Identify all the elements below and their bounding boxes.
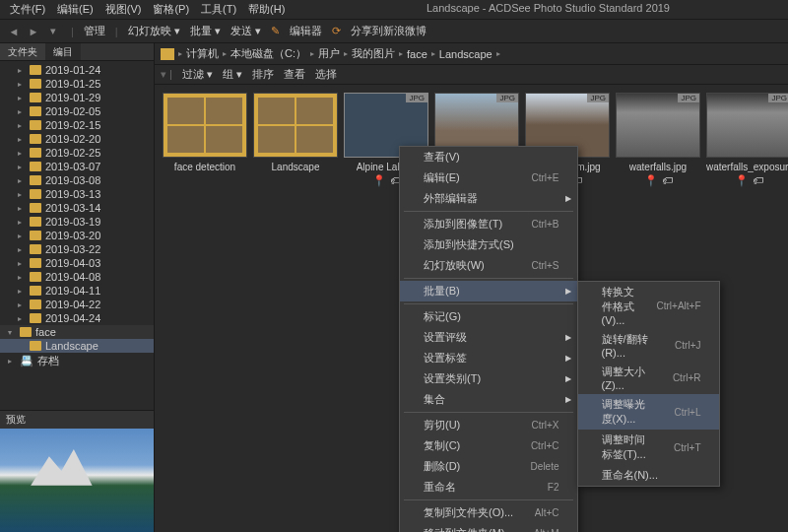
ctx-item[interactable]: 批量(B)▶转换文件格式(V)...Ctrl+Alt+F旋转/翻转(R)...C… (400, 281, 577, 301)
ctx-sub-item[interactable]: 调整曝光度(X)...Ctrl+L (578, 394, 719, 430)
select-btn[interactable]: 选择 (315, 67, 337, 82)
preview-image (0, 429, 154, 532)
ctx-item[interactable]: 添加到图像筐(T)Ctrl+B (400, 214, 577, 234)
crumb[interactable]: 计算机 (186, 46, 219, 61)
sort-btn[interactable]: 排序 (252, 67, 274, 82)
thumbnail[interactable]: Landscape (253, 93, 338, 172)
tab-files[interactable]: 文件夹 (0, 43, 45, 60)
separator: | (71, 26, 74, 37)
tree-item[interactable]: ▸2019-01-29 (0, 91, 154, 104)
ctx-item[interactable]: 集合▶ (400, 389, 577, 410)
toolbar-slideshow[interactable]: 幻灯放映 ▾ (128, 24, 180, 38)
menu-view[interactable]: 视图(V) (99, 2, 148, 17)
group-btn[interactable]: 组 ▾ (223, 67, 242, 82)
ctx-item[interactable]: 编辑(E)Ctrl+E (400, 167, 577, 188)
thumbnail[interactable]: JPGwaterfalls.jpg📍🏷 (616, 93, 700, 187)
ctx-sub-item[interactable]: 转换文件格式(V)...Ctrl+Alt+F (578, 282, 719, 329)
tree-item[interactable]: ▸2019-03-19 (0, 215, 154, 229)
ctx-item[interactable]: 重命名F2 (400, 477, 577, 498)
crumb[interactable]: Landscape (439, 48, 492, 60)
nav-forward-icon[interactable]: ► (26, 24, 41, 39)
left-sidebar: 文件夹 编目 ▸2019-01-24▸2019-01-25▸2019-01-29… (0, 43, 155, 532)
tree-item[interactable]: ▸2019-01-25 (0, 77, 154, 91)
tree-item[interactable]: ▸2019-01-24 (0, 63, 154, 77)
tree-item-archive[interactable]: ▸📇存档 (0, 353, 154, 369)
tree-item[interactable]: ▸2019-04-08 (0, 270, 154, 284)
tab-catalog[interactable]: 编目 (45, 43, 81, 60)
ctx-item[interactable]: 幻灯放映(W)Ctrl+S (400, 255, 577, 276)
ctx-sub-item[interactable]: 调整大小(Z)...Ctrl+R (578, 362, 719, 394)
context-menu[interactable]: 查看(V)编辑(E)Ctrl+E外部编辑器▶添加到图像筐(T)Ctrl+B添加到… (399, 146, 578, 532)
ctx-sub-item[interactable]: 旋转/翻转(R)...Ctrl+J (578, 329, 719, 362)
tree-item[interactable]: ▸2019-04-24 (0, 311, 154, 325)
tree-item[interactable]: ▸2019-02-05 (0, 104, 154, 118)
toolbar-editor[interactable]: 编辑器 (290, 24, 322, 38)
menu-edit[interactable]: 编辑(E) (51, 2, 99, 17)
breadcrumb: ▸计算机 ▸本地磁盘（C:） ▸用户 ▸我的图片 ▸face ▸Landscap… (155, 43, 788, 65)
submenu-batch[interactable]: 转换文件格式(V)...Ctrl+Alt+F旋转/翻转(R)...Ctrl+J调… (577, 281, 720, 487)
tree-item[interactable]: ▸2019-03-13 (0, 187, 154, 201)
toolbar-share[interactable]: 分享到新浪微博 (351, 24, 427, 38)
tree-item-face[interactable]: ▾face (0, 325, 154, 339)
ctx-item[interactable]: 复制(C)Ctrl+C (400, 435, 577, 456)
home-icon[interactable] (161, 48, 174, 60)
filter-bar: ▾ | 过滤 ▾ 组 ▾ 排序 查看 选择 (155, 65, 788, 85)
crumb[interactable]: face (407, 48, 427, 60)
tree-item[interactable]: ▸2019-04-03 (0, 256, 154, 270)
tree-item[interactable]: ▸2019-03-07 (0, 160, 154, 173)
ctx-item[interactable]: 添加到快捷方式(S) (400, 234, 577, 255)
preview-header: 预览 (0, 411, 154, 429)
toolbar-manage[interactable]: 管理 (84, 24, 105, 38)
tree-item[interactable]: ▸2019-02-20 (0, 132, 154, 146)
separator: | (115, 26, 118, 37)
ctx-item[interactable]: 剪切(U)Ctrl+X (400, 415, 577, 435)
tree-item[interactable]: ▸2019-02-25 (0, 146, 154, 160)
ctx-item[interactable]: 设置评级▶ (400, 327, 577, 348)
tree-item[interactable]: ▸2019-03-20 (0, 229, 154, 242)
view-btn[interactable]: 查看 (284, 67, 305, 82)
crumb[interactable]: 用户 (318, 46, 340, 61)
nav-back-icon[interactable]: ◄ (6, 24, 22, 39)
tree-item[interactable]: ▸2019-03-22 (0, 242, 154, 256)
thumbnail[interactable]: JPGwaterfalls_exposure.jpg📍🏷 (706, 93, 788, 187)
nav-dropdown-icon[interactable]: ▾ (45, 24, 61, 39)
toolbar: ◄ ► ▾ | 管理 | 幻灯放映 ▾ 批量 ▾ 发送 ▾ ✎编辑器 ⟳分享到新… (0, 20, 788, 43)
menu-file[interactable]: 文件(F) (4, 2, 51, 17)
menu-tools[interactable]: 工具(T) (195, 2, 242, 17)
ctx-item[interactable]: 标记(G) (400, 306, 577, 327)
menubar: 文件(F) 编辑(E) 视图(V) 窗格(P) 工具(T) 帮助(H) (0, 0, 788, 20)
ctx-sub-item[interactable]: 重命名(N)... (578, 465, 719, 486)
tree-item[interactable]: ▸2019-03-14 (0, 201, 154, 215)
crumb[interactable]: 我的图片 (352, 46, 395, 61)
ctx-item[interactable]: 复制到文件夹(O)...Alt+C (400, 502, 577, 523)
ctx-item[interactable]: 查看(V) (400, 147, 577, 167)
ctx-item[interactable]: 设置类别(T)▶ (400, 368, 577, 389)
toolbar-batch[interactable]: 批量 ▾ (190, 24, 221, 38)
ctx-item[interactable]: 设置标签▶ (400, 348, 577, 368)
menu-panes[interactable]: 窗格(P) (147, 2, 195, 17)
crumb[interactable]: 本地磁盘（C:） (230, 46, 306, 61)
filter-btn[interactable]: 过滤 ▾ (182, 67, 213, 82)
tree-item[interactable]: ▸2019-04-22 (0, 298, 154, 311)
ctx-item[interactable]: 删除(D)Delete (400, 456, 577, 477)
folder-tree[interactable]: ▸2019-01-24▸2019-01-25▸2019-01-29▸2019-0… (0, 61, 154, 410)
ctx-item[interactable]: 外部编辑器▶ (400, 188, 577, 209)
ctx-sub-item[interactable]: 调整时间标签(T)...Ctrl+T (578, 430, 719, 465)
tree-item[interactable]: ▸2019-03-08 (0, 173, 154, 187)
window-title: Landscape - ACDSee Photo Studio Standard… (427, 2, 670, 14)
tree-item-landscape[interactable]: Landscape (0, 339, 154, 353)
thumbnail[interactable]: face detection (163, 93, 247, 172)
toolbar-send[interactable]: 发送 ▾ (230, 24, 261, 38)
tree-item[interactable]: ▸2019-04-11 (0, 284, 154, 298)
tree-item[interactable]: ▸2019-02-15 (0, 118, 154, 132)
menu-help[interactable]: 帮助(H) (242, 2, 291, 17)
ctx-item[interactable]: 移动到文件夹(M)...Alt+M (400, 523, 577, 532)
